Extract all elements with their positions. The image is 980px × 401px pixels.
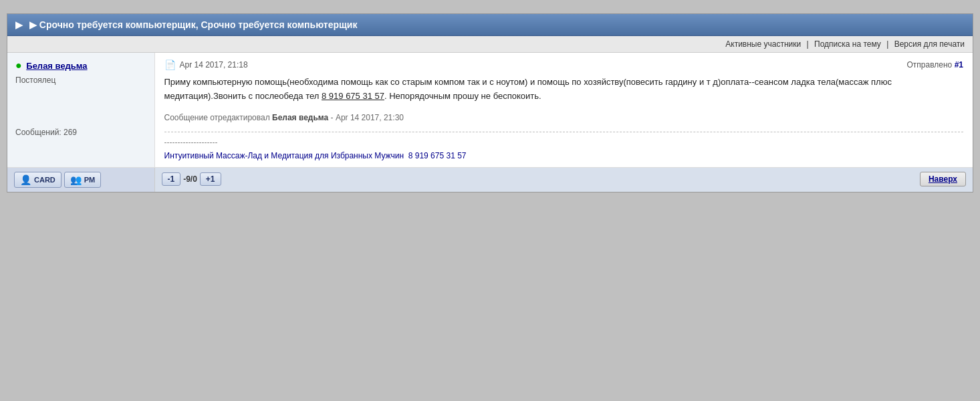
subscribe-link[interactable]: Подписка на тему [814, 39, 881, 49]
pm-icon: 👥 [70, 174, 82, 185]
post-cell: 📄 Apr 14 2017, 21:18 Отправлено #1 Приму… [154, 53, 973, 167]
user-rank: Постоялец [15, 76, 146, 85]
sig-text-row: Интуитивный Массаж-Лад и Медитация для И… [164, 151, 964, 160]
user-action-cell: 👤 CARD 👥 PM [7, 167, 154, 192]
action-bar: Активные участники | Подписка на тему | … [7, 36, 973, 53]
edit-note: Сообщение отредактировал Белая ведьма - … [164, 113, 964, 122]
card-button[interactable]: 👤 CARD [14, 172, 62, 188]
rating-row: -1 -9/0 +1 [162, 172, 221, 186]
post-doc-icon: 📄 [164, 59, 176, 70]
user-action-buttons: 👤 CARD 👥 PM [14, 172, 148, 188]
phone-number: 8 919 675 31 57 [322, 91, 384, 101]
user-name-row: ● Белая ведьма [15, 59, 146, 72]
sep1: | [807, 39, 809, 49]
minus1-button[interactable]: -1 [162, 172, 181, 186]
post-meta: 📄 Apr 14 2017, 21:18 Отправлено #1 [164, 59, 964, 70]
post-date: Apr 14 2017, 21:18 [180, 60, 248, 70]
post-content: Приму компьютерную помощь(необходима пом… [164, 76, 964, 104]
username[interactable]: Белая ведьма [26, 61, 87, 71]
sig-phone: 8 919 675 31 57 [408, 151, 467, 160]
post-action-cell: -1 -9/0 +1 Наверх [154, 167, 973, 192]
post-action-inner: -1 -9/0 +1 Наверх [162, 172, 967, 186]
post-number-area: Отправлено #1 [907, 60, 963, 70]
user-posts: Сообщений: 269 [15, 128, 146, 137]
edit-label: Сообщение отредактировал [164, 113, 270, 122]
topic-header: ▶ ▶ Срочно требуется компьютерщик, Срочн… [7, 14, 973, 36]
pm-label: PM [84, 176, 96, 184]
post-table: ● Белая ведьма Постоялец Сообщений: 269 … [7, 53, 973, 192]
sig-divider: -------------------- [164, 138, 964, 147]
edit-username: Белая ведьма [272, 113, 328, 122]
print-link[interactable]: Версия для печати [894, 39, 965, 49]
post-number-link[interactable]: #1 [955, 60, 963, 70]
post-row: ● Белая ведьма Постоялец Сообщений: 269 … [7, 53, 973, 167]
user-cell: ● Белая ведьма Постоялец Сообщений: 269 [7, 53, 154, 167]
naverh-button[interactable]: Наверх [920, 172, 966, 186]
card-label: CARD [34, 176, 55, 184]
plus1-button[interactable]: +1 [200, 172, 221, 186]
action-row: 👤 CARD 👥 PM -1 -9/0 +1 [7, 167, 973, 192]
edit-date: - Apr 14 2017, 21:30 [331, 113, 404, 122]
post-signature: -------------------- Интуитивный Массаж-… [164, 132, 964, 160]
rating-value: -9/0 [183, 174, 197, 184]
sig-link[interactable]: Интуитивный Массаж-Лад и Медитация для И… [164, 151, 467, 160]
sig-text: Интуитивный Массаж-Лад и Медитация для И… [164, 151, 404, 160]
online-dot: ● [15, 59, 22, 71]
topic-title: ▶ Срочно требуется компьютерщик, Срочно … [29, 19, 358, 30]
sep2: | [886, 39, 888, 49]
sent-label: Отправлено [907, 60, 953, 70]
pm-button[interactable]: 👥 PM [64, 172, 102, 188]
arrow-icon: ▶ [15, 19, 23, 30]
active-users-link[interactable]: Активные участники [725, 39, 801, 49]
card-icon: 👤 [20, 174, 31, 185]
